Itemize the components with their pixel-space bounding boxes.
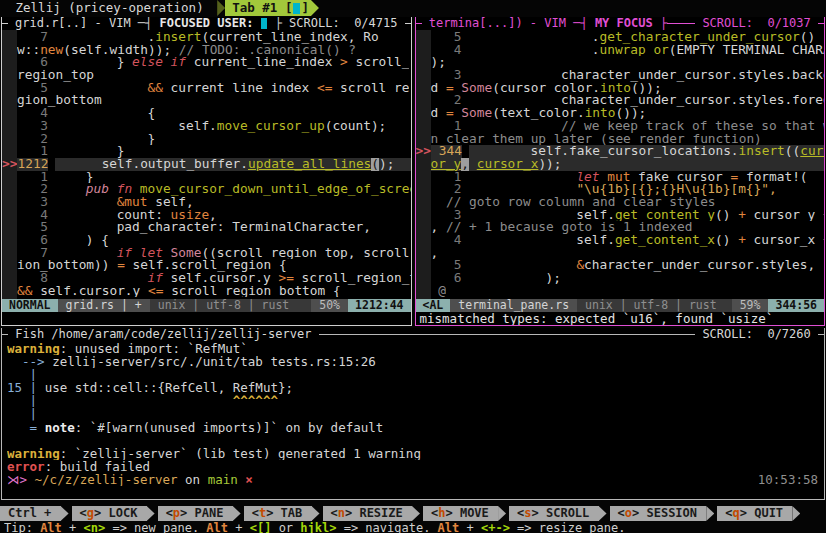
keybar-prefix: Ctrl +: [0, 506, 61, 521]
keybar-hint-scroll[interactable]: <s> SCROLL: [509, 506, 599, 521]
code-row: 6 ) {: [2, 234, 411, 247]
keybar-separator: [233, 506, 241, 521]
line-text: ⋊> ~/c/z/zellij-server on main ×: [7, 473, 253, 486]
line-text: Tip: Alt + <n> => new pane. Alt + <[] or…: [4, 521, 625, 533]
code-row: 4 count: usize,: [2, 209, 411, 222]
text-segment: // goto row column and clear styles: [446, 196, 716, 209]
text-segment: [55, 82, 147, 95]
code-row: 1 }: [2, 145, 411, 158]
code-row: [2, 434, 824, 447]
text-segment: Some: [461, 82, 492, 95]
text-segment: =: [446, 107, 454, 120]
code-row: 5 &character_under_cursor.styles,: [416, 259, 825, 272]
text-segment: (text_color.: [492, 107, 584, 120]
text-segment: (): [800, 31, 815, 44]
text-segment: [7, 368, 30, 381]
line-text: );: [469, 272, 561, 285]
text-segment: ) {: [55, 234, 109, 247]
sign-column: [416, 196, 431, 209]
text-segment: [55, 247, 117, 260]
sign-column: [416, 94, 431, 107]
text-segment: |: [30, 368, 38, 381]
text-segment: pad_character: TerminalCharacter,: [55, 221, 371, 234]
code-row: 8 if self.cursor.y >= scroll_region_top: [2, 272, 411, 285]
keybar-separator: [61, 506, 69, 521]
text-segment: );: [431, 56, 446, 69]
scroll-indicator: SCROLL: 0/7260: [695, 328, 818, 341]
line-text: } else if current_line_index > scroll_: [55, 56, 409, 69]
line-text: or_y, cursor_x));: [431, 158, 825, 171]
text-segment: Tip:: [4, 521, 40, 533]
keybar-separator: [412, 506, 420, 521]
text-segment: (: [371, 158, 379, 171]
tab-separator-icon: [217, 0, 225, 16]
text-segment: Alt: [438, 521, 460, 533]
line-text: );: [431, 56, 446, 69]
text-segment: [55, 272, 147, 285]
line-number: 3: [431, 209, 462, 222]
line-text: 15 | use std::cell::{RefCell, RefMut};: [7, 381, 293, 394]
code-row: 5 && current_line_index <= scroll_re: [2, 82, 411, 95]
keybar-hint-quit[interactable]: <q> QUIT: [717, 506, 792, 521]
keybar-hint-move[interactable]: <h> MOVE: [423, 506, 498, 521]
code-row: 3 self.get_content_y() + cursor_y + 1: [416, 209, 825, 222]
text-segment: self.: [469, 209, 615, 222]
text-segment: <n>: [84, 521, 106, 533]
keybar-hint-resize[interactable]: <n> RESIZE: [323, 506, 413, 521]
sign-column: >>: [416, 145, 431, 158]
text-segment: (): [715, 234, 738, 247]
text-segment: // + 1 because goto is 1 indexed: [446, 221, 693, 234]
pane-grid-rs[interactable]: grid.r[..] - VIM ─┤ FOCUSED USER: ├ SCRO…: [1, 17, 412, 326]
diagnostic-message: mismatched types: expected `u16`, found …: [416, 312, 825, 325]
text-segment: update_all_lines: [248, 158, 371, 171]
line-text: d = Some(text_color.into());: [431, 107, 647, 120]
keybar-hint-pane[interactable]: <p> PANE: [158, 506, 233, 521]
tab-1[interactable]: Tab #1 [ ]: [225, 0, 311, 16]
line-text: {: [55, 107, 155, 120]
sign-column: [416, 56, 431, 69]
code-row: 4 self.get_content_x() + cursor_x + 1: [416, 234, 825, 247]
line-number: 4: [431, 44, 462, 57]
keybar-hint-session[interactable]: <o> SESSION: [610, 506, 707, 521]
sign-column: [2, 221, 17, 234]
code-row: 2 }: [2, 133, 411, 146]
line-number: 6: [431, 272, 462, 285]
text-segment: ,: [461, 158, 469, 171]
text-segment: gion_bottom: [17, 94, 102, 107]
keybar-hint-tab[interactable]: <t> TAB: [244, 506, 312, 521]
text-segment: (cursor_color.: [492, 82, 600, 95]
code-row: );: [416, 56, 825, 69]
sign-column: [2, 272, 17, 285]
text-segment: &&: [147, 82, 162, 95]
code-row: 1 }: [2, 171, 411, 184]
line-text: }: [55, 133, 155, 146]
text-segment: scroll_re: [332, 82, 409, 95]
text-segment: [469, 171, 577, 184]
text-segment: get_content_x: [615, 234, 715, 247]
line-text: w::new(self.width)); // TODO: .canonical…: [17, 44, 356, 57]
text-segment: <=: [148, 285, 163, 298]
text-segment: {: [55, 107, 155, 120]
text-segment: character_under_cursor.styles.foregroun: [469, 94, 825, 107]
sign-column: [2, 234, 17, 247]
line-number: 1: [431, 120, 462, 133]
text-segment: d: [431, 82, 446, 95]
keybar-separator: [498, 506, 506, 521]
pane-terminal-pane-rs[interactable]: termina[...]) - VIM ─┤ MY FOCUS ├ SCROLL…: [415, 17, 826, 326]
text-segment: ~/c/z/zellij-server: [35, 473, 178, 486]
line-number: 6: [17, 56, 48, 69]
focused-user-label: FOCUSED USER:: [152, 17, 260, 30]
text-segment: => navigate.: [336, 521, 437, 533]
keybar-hint-lock[interactable]: <g> LOCK: [72, 506, 147, 521]
line-text: |: [7, 407, 37, 420]
editor-buffer-grid: 7 .insert(current_line_index, Row::new(s…: [2, 30, 411, 299]
text-segment: [27, 473, 35, 486]
code-row: d = Some(cursor_color.into());: [416, 82, 825, 95]
text-segment: [37, 394, 233, 407]
text-segment: ,: [431, 247, 439, 260]
sign-column: [2, 107, 17, 120]
code-row: 3 &mut self,: [2, 196, 411, 209]
text-segment: unwrap_or: [599, 44, 668, 57]
sign-column: [416, 44, 431, 57]
pane-fish-shell[interactable]: Fish /home/aram/code/zellij/zellij-serve…: [1, 328, 825, 500]
